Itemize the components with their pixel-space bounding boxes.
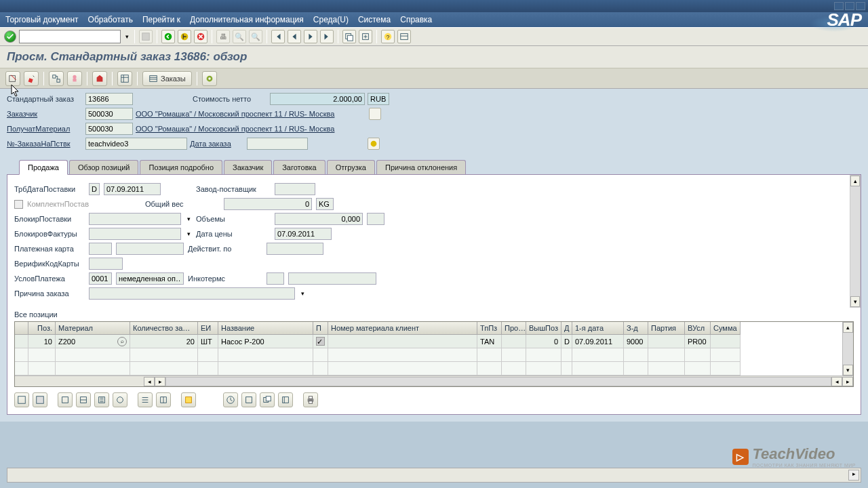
- cell-higher[interactable]: 0: [526, 335, 561, 348]
- tab-item-detail[interactable]: Позиция подробно: [140, 160, 222, 175]
- first-page-button[interactable]: [271, 30, 285, 43]
- shortcut-button[interactable]: [359, 30, 372, 43]
- col-pos[interactable]: Поз.: [28, 322, 56, 335]
- col-itemcat[interactable]: ТпПз: [477, 322, 502, 335]
- shipto-label[interactable]: ПолучатМатериал: [7, 125, 83, 133]
- cell-amount[interactable]: [711, 335, 741, 348]
- config-button[interactable]: [202, 71, 217, 86]
- tab-procurement[interactable]: Заготовка: [273, 160, 325, 175]
- form-scrollbar[interactable]: ▴▾: [850, 175, 861, 308]
- grid-btn-6[interactable]: [156, 392, 171, 407]
- select-all-button[interactable]: [14, 392, 29, 407]
- deselect-all-button[interactable]: [33, 392, 47, 407]
- enter-button[interactable]: [4, 30, 16, 43]
- payterms-code-field[interactable]: [89, 272, 112, 285]
- customer-code-field[interactable]: [85, 108, 133, 120]
- prev-page-button[interactable]: [288, 30, 301, 43]
- menu-doc[interactable]: Торговый документ: [5, 15, 79, 24]
- hscroll-right[interactable]: ▸: [842, 377, 853, 386]
- std-order-field[interactable]: [85, 93, 133, 105]
- doc-flow-button[interactable]: [49, 71, 64, 86]
- help-button[interactable]: ?: [381, 30, 395, 43]
- table-row[interactable]: [15, 362, 853, 375]
- col-name[interactable]: Название: [218, 322, 313, 335]
- price-date-field[interactable]: [275, 228, 332, 240]
- cell-d[interactable]: D: [561, 335, 572, 348]
- col-higher[interactable]: ВышПоз: [526, 322, 561, 335]
- billing-block-f4[interactable]: ▾: [185, 230, 192, 237]
- hscroll-left[interactable]: ◂: [144, 377, 155, 386]
- grid-btn-2[interactable]: [76, 392, 91, 407]
- cell-uom[interactable]: ШТ: [198, 335, 218, 348]
- grid-btn-clock[interactable]: [223, 392, 238, 407]
- delivery-block-f4[interactable]: ▾: [185, 216, 192, 222]
- tab-item-overview[interactable]: Обзор позиций: [69, 160, 139, 175]
- config-indicator-button[interactable]: [368, 138, 380, 150]
- cell-batch[interactable]: [648, 335, 685, 348]
- col-qty[interactable]: Количество за…: [130, 322, 198, 335]
- col-pricing[interactable]: ВУсл: [685, 322, 711, 335]
- tab-shipping[interactable]: Отгрузка: [327, 160, 375, 175]
- col-uom[interactable]: ЕИ: [198, 322, 218, 335]
- col-plant[interactable]: З-д: [624, 322, 648, 335]
- next-page-button[interactable]: [304, 30, 317, 43]
- table-row[interactable]: 10 Z200⌕ 20 ШТ Насос Р-200 ✓ TAN 0 D 07.…: [15, 335, 853, 348]
- grid-btn-5[interactable]: [138, 392, 153, 407]
- complete-delivery-checkbox[interactable]: [14, 200, 23, 209]
- po-field[interactable]: [85, 138, 187, 150]
- cell-name[interactable]: Насос Р-200: [218, 335, 313, 348]
- col-amount[interactable]: Сумма: [711, 322, 741, 335]
- col-material[interactable]: Материал: [56, 322, 130, 335]
- grid-btn-8[interactable]: [241, 392, 256, 407]
- menu-goto[interactable]: Перейти к: [142, 15, 180, 24]
- incoterms2-field[interactable]: [288, 272, 376, 285]
- order-date-field[interactable]: [247, 138, 308, 150]
- reason-field[interactable]: [89, 287, 295, 300]
- req-date-type[interactable]: [89, 183, 100, 195]
- item-detail-button[interactable]: [117, 71, 132, 86]
- order-date-label[interactable]: Дата заказа: [190, 140, 244, 148]
- exit-button[interactable]: [178, 30, 191, 43]
- menu-system[interactable]: Система: [358, 15, 391, 24]
- reason-f4[interactable]: ▾: [299, 290, 306, 297]
- grid-btn-10[interactable]: [278, 392, 293, 407]
- customer-search-button[interactable]: [369, 108, 381, 120]
- req-date-field[interactable]: [104, 183, 161, 195]
- display-change-button[interactable]: [5, 71, 20, 86]
- plant-field[interactable]: [275, 183, 315, 195]
- po-label[interactable]: №-ЗаказаНаПствк: [7, 140, 83, 148]
- cell-pricing[interactable]: PR00: [685, 335, 711, 348]
- valid-to-field[interactable]: [267, 243, 323, 255]
- card-number-field[interactable]: [116, 243, 184, 255]
- verif-field[interactable]: [89, 258, 123, 270]
- grid-btn-1[interactable]: [58, 392, 73, 407]
- grid-btn-9[interactable]: [260, 392, 275, 407]
- change-doc-button[interactable]: [24, 71, 39, 86]
- grid-vscroll[interactable]: ▴▾: [842, 322, 853, 375]
- card-type-field[interactable]: [89, 243, 112, 255]
- last-page-button[interactable]: [320, 30, 334, 43]
- table-row[interactable]: [15, 348, 853, 362]
- col-select[interactable]: [15, 322, 28, 335]
- cell-material[interactable]: Z200⌕: [56, 335, 130, 348]
- menu-help[interactable]: Справка: [400, 15, 432, 24]
- cell-custmat[interactable]: [328, 335, 477, 348]
- command-dropdown[interactable]: ▾: [123, 33, 130, 40]
- material-f4-icon[interactable]: ⌕: [117, 337, 127, 346]
- cell-firstdate[interactable]: 07.09.2011: [572, 335, 624, 348]
- shipto-code-field[interactable]: [85, 123, 133, 135]
- customer-text[interactable]: ООО "Ромашка" / Московский проспект 11 /…: [136, 110, 366, 118]
- back-button[interactable]: [161, 30, 175, 43]
- grid-btn-print[interactable]: [303, 392, 318, 407]
- tab-rejection[interactable]: Причина отклонения: [376, 160, 466, 175]
- grid-btn-3[interactable]: [94, 392, 109, 407]
- cell-qty[interactable]: 20: [130, 335, 198, 348]
- print-button[interactable]: 🖶: [216, 30, 230, 43]
- grid-btn-4[interactable]: [113, 392, 127, 407]
- find-next-button[interactable]: 🔍: [249, 30, 262, 43]
- menu-extras[interactable]: Дополнительная информация: [190, 15, 304, 24]
- command-field[interactable]: [19, 30, 121, 43]
- cell-plant[interactable]: 9000: [624, 335, 648, 348]
- col-custmat[interactable]: Номер материала клиент: [328, 322, 477, 335]
- cell-itemcat[interactable]: TAN: [477, 335, 502, 348]
